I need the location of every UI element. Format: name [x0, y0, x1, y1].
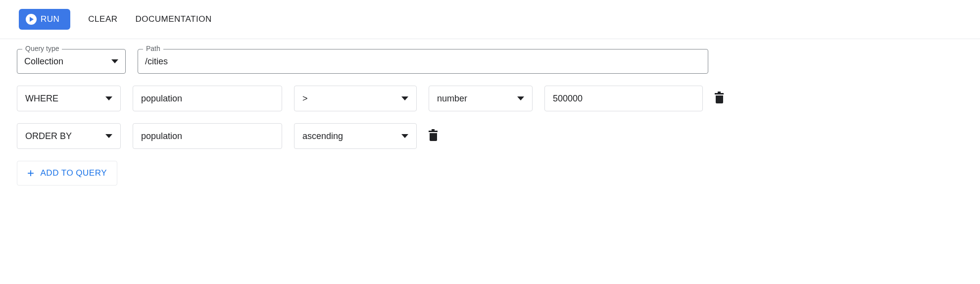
- chevron-down-icon: [111, 59, 118, 63]
- plus-icon: +: [27, 167, 35, 179]
- delete-icon[interactable]: [429, 131, 438, 142]
- query-header-row: Query type Collection Path: [17, 49, 963, 74]
- value-input[interactable]: [544, 86, 703, 111]
- path-label: Path: [143, 45, 163, 52]
- where-row: WHERE population > number: [17, 86, 963, 111]
- add-label: ADD TO QUERY: [41, 168, 107, 178]
- run-button[interactable]: RUN: [19, 9, 70, 30]
- direction-select[interactable]: ascending: [294, 123, 417, 149]
- orderby-row: ORDER BY population ascending: [17, 123, 963, 149]
- toolbar: RUN CLEAR DOCUMENTATION: [0, 0, 980, 39]
- field-value: population: [141, 94, 182, 104]
- field-value: population: [141, 131, 182, 142]
- chevron-down-icon: [105, 96, 112, 100]
- documentation-button[interactable]: DOCUMENTATION: [136, 14, 212, 24]
- query-type-value: Collection: [24, 56, 63, 67]
- chevron-down-icon: [105, 134, 112, 138]
- type-select[interactable]: number: [429, 86, 533, 111]
- clause-value: WHERE: [25, 94, 58, 104]
- operator-value: >: [302, 94, 308, 104]
- type-value: number: [437, 94, 467, 104]
- chevron-down-icon: [517, 96, 524, 100]
- clause-select[interactable]: ORDER BY: [17, 123, 121, 149]
- clause-select[interactable]: WHERE: [17, 86, 121, 111]
- direction-value: ascending: [302, 131, 343, 142]
- delete-icon[interactable]: [715, 93, 724, 104]
- operator-select[interactable]: >: [294, 86, 417, 111]
- run-label: RUN: [41, 14, 59, 24]
- path-input[interactable]: [145, 56, 701, 67]
- field-select[interactable]: population: [133, 123, 282, 149]
- chevron-down-icon: [401, 134, 408, 138]
- query-builder: Query type Collection Path WHERE populat…: [0, 39, 980, 195]
- play-icon: [26, 14, 37, 25]
- path-field[interactable]: Path: [138, 49, 708, 74]
- add-to-query-button[interactable]: + ADD TO QUERY: [17, 161, 117, 186]
- chevron-down-icon: [401, 96, 408, 100]
- query-type-label: Query type: [22, 45, 62, 52]
- clause-value: ORDER BY: [25, 131, 72, 142]
- clear-button[interactable]: CLEAR: [88, 14, 117, 24]
- query-type-select[interactable]: Query type Collection: [17, 49, 126, 74]
- field-select[interactable]: population: [133, 86, 282, 111]
